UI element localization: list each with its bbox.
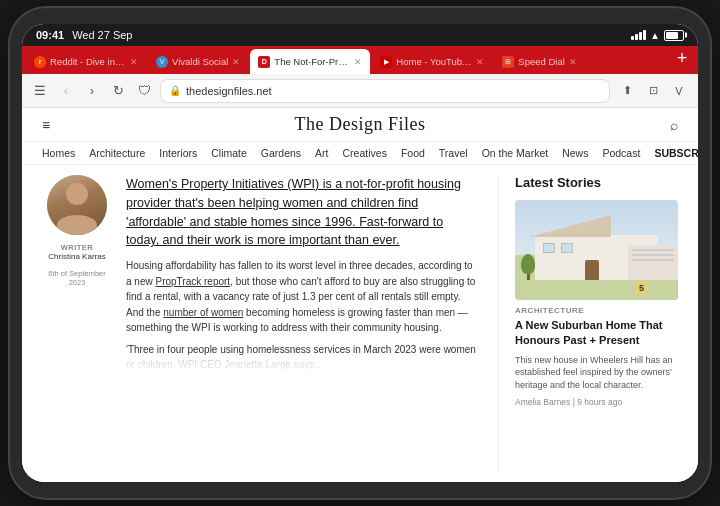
shield-button[interactable]: 🛡: [134, 81, 154, 101]
toolbar-actions: ⬆ ⊡ V: [616, 80, 690, 102]
forward-button[interactable]: ›: [82, 81, 102, 101]
tab-label-reddit: Reddit - Dive into...: [50, 56, 126, 67]
sidebar-toggle-button[interactable]: ☰: [30, 81, 50, 101]
nav-subscribe[interactable]: SUBSCRIBE: [654, 147, 698, 159]
address-bar[interactable]: 🔒 thedesignfiles.net: [160, 79, 610, 103]
author-label: WRITER: [48, 243, 105, 252]
article-quote-text: 'Three in four people using homelessness…: [126, 344, 476, 355]
tab-reddit[interactable]: r Reddit - Dive into... ✕: [26, 49, 146, 74]
nav-food[interactable]: Food: [401, 147, 425, 159]
nav-art[interactable]: Art: [315, 147, 328, 159]
status-left: 09:41 Wed 27 Sep: [36, 29, 132, 41]
story-image: 5: [515, 200, 678, 300]
article-para1: Housing affordability has fallen to its …: [126, 258, 478, 336]
tab-close-speeddial[interactable]: ✕: [569, 57, 577, 67]
status-time: 09:41: [36, 29, 64, 41]
menu-icon[interactable]: ≡: [42, 117, 50, 133]
tablet-frame: 09:41 Wed 27 Sep ▲ r Reddi: [10, 8, 710, 498]
nav-interiors[interactable]: Interiors: [159, 147, 197, 159]
reader-view-button[interactable]: ⊡: [642, 80, 664, 102]
sidebar-title: Latest Stories: [515, 175, 678, 190]
article-date: 6th of September 2023: [42, 269, 112, 287]
house-door: [585, 260, 599, 280]
site-main: WRITER Christina Karras 6th of September…: [22, 165, 698, 482]
status-date: Wed 27 Sep: [72, 29, 132, 41]
status-bar: 09:41 Wed 27 Sep ▲: [22, 24, 698, 46]
site-content: ≡ The Design Files ⌕ Homes Architecture …: [22, 108, 698, 482]
vivaldi-menu-button[interactable]: V: [668, 80, 690, 102]
article-quote-container: 'Three in four people using homelessness…: [126, 342, 478, 373]
browser-toolbar: ☰ ‹ › ↻ 🛡 🔒 thedesignfiles.net ⬆ ⊡ V: [22, 74, 698, 108]
nav-gardens[interactable]: Gardens: [261, 147, 301, 159]
search-icon[interactable]: ⌕: [670, 117, 678, 133]
tab-close-youtube[interactable]: ✕: [476, 57, 484, 67]
tab-close-vivaldi[interactable]: ✕: [232, 57, 240, 67]
story-category: ARCHITECTURE: [515, 306, 678, 315]
signal-icon: [631, 30, 646, 40]
article-title-link[interactable]: Women's Property Initiatives (WPI): [126, 177, 319, 191]
author-name: Christina Karras: [48, 252, 105, 261]
site-header: ≡ The Design Files ⌕: [22, 108, 698, 142]
tab-designfiles[interactable]: D The Not-For-Profi... ✕: [250, 49, 370, 74]
story-time-ago: 9 hours ago: [577, 397, 622, 407]
tab-favicon-vivaldi: V: [156, 56, 168, 68]
tab-close-designfiles[interactable]: ✕: [354, 57, 362, 67]
story-description: This new house in Wheelers Hill has an e…: [515, 354, 678, 392]
site-nav: Homes Architecture Interiors Climate Gar…: [22, 142, 698, 165]
article-quote-fade: or children, WPI CEO Jeanette Large says…: [126, 359, 323, 370]
proptrack-link[interactable]: PropTrack report: [155, 276, 230, 287]
tab-label-vivaldi: Vivaldi Social: [172, 56, 228, 67]
tab-close-reddit[interactable]: ✕: [130, 57, 138, 67]
article-body: Women's Property Initiatives (WPI) is a …: [126, 175, 478, 472]
nav-travel[interactable]: Travel: [439, 147, 468, 159]
story-meta: Amelia Barnes | 9 hours ago: [515, 397, 678, 407]
tab-label-speeddial: Speed Dial: [518, 56, 564, 67]
tab-favicon-reddit: r: [34, 56, 46, 68]
author-info: WRITER Christina Karras: [48, 243, 105, 261]
article-area: WRITER Christina Karras 6th of September…: [42, 175, 478, 472]
browser-tabs: r Reddit - Dive into... ✕ V Vivaldi Soci…: [22, 46, 698, 74]
share-button[interactable]: ⬆: [616, 80, 638, 102]
tab-vivaldi[interactable]: V Vivaldi Social ✕: [148, 49, 248, 74]
new-tab-button[interactable]: +: [670, 46, 694, 74]
nav-homes[interactable]: Homes: [42, 147, 75, 159]
tab-label-designfiles: The Not-For-Profi...: [274, 56, 350, 67]
number-of-women-link[interactable]: number of women: [163, 307, 243, 318]
house-garage: [628, 245, 678, 280]
nav-architecture[interactable]: Architecture: [89, 147, 145, 159]
tab-youtube[interactable]: ▶ Home - YouTube... ✕: [372, 49, 492, 74]
back-button[interactable]: ‹: [56, 81, 76, 101]
story-title[interactable]: A New Suburban Home That Honours Past + …: [515, 318, 678, 349]
house-tree: [521, 254, 535, 280]
nav-on-the-market[interactable]: On the Market: [482, 147, 549, 159]
house-scene: 5: [515, 200, 678, 300]
house-number: 5: [635, 282, 648, 294]
tab-favicon-speeddial: ⊞: [502, 56, 514, 68]
tab-speeddial[interactable]: ⊞ Speed Dial ✕: [494, 49, 584, 74]
nav-podcast[interactable]: Podcast: [602, 147, 640, 159]
wifi-icon: ▲: [650, 30, 660, 41]
site-logo: The Design Files: [50, 114, 670, 135]
story-card[interactable]: 5 ARCHITECTURE A New Suburban Home That …: [515, 200, 678, 407]
battery-icon: [664, 30, 684, 41]
author-avatar: [47, 175, 107, 235]
nav-climate[interactable]: Climate: [211, 147, 247, 159]
nav-creatives[interactable]: Creatives: [343, 147, 387, 159]
tab-favicon-designfiles: D: [258, 56, 270, 68]
tablet-screen: 09:41 Wed 27 Sep ▲ r Reddi: [22, 24, 698, 482]
house-roof: [529, 215, 611, 237]
nav-news[interactable]: News: [562, 147, 588, 159]
story-author: Amelia Barnes: [515, 397, 570, 407]
avatar-image: [47, 175, 107, 235]
status-right: ▲: [631, 30, 684, 41]
author-column: WRITER Christina Karras 6th of September…: [42, 175, 112, 472]
sidebar: Latest Stories: [498, 175, 678, 472]
article-title: Women's Property Initiatives (WPI) is a …: [126, 175, 478, 250]
article-quote: 'Three in four people using homelessness…: [126, 342, 478, 373]
house-window-2: [561, 243, 573, 253]
tab-label-youtube: Home - YouTube...: [396, 56, 472, 67]
lock-icon: 🔒: [169, 85, 181, 96]
house-window: [543, 243, 555, 253]
url-text: thedesignfiles.net: [186, 85, 601, 97]
reload-button[interactable]: ↻: [108, 81, 128, 101]
